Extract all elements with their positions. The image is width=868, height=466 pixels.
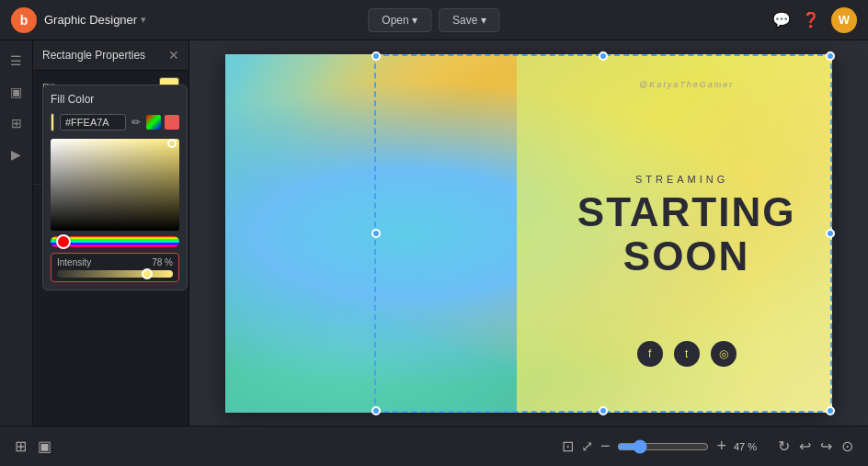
canvas-streaming-label: STREAMING xyxy=(541,174,823,185)
topbar: b Graphic Designer ▾ Open ▾ Save ▾ 💬 ❓ W xyxy=(0,0,868,40)
color-picker-hex-row: ✏ xyxy=(51,113,179,131)
canvas-title: STARTING SOON xyxy=(541,190,832,279)
sidebar-more-icon[interactable]: ▶ xyxy=(4,142,29,167)
intensity-label-row: Intensity 78 % xyxy=(57,257,173,267)
redo-icon-button[interactable]: ↪ xyxy=(820,438,832,455)
left-sidebar: ☰ ▣ ⊞ ▶ xyxy=(0,40,33,426)
help-icon-button[interactable]: ❓ xyxy=(802,11,820,28)
undo-icon-button[interactable]: ↩ xyxy=(799,438,811,455)
layers-icon-button[interactable]: ⊞ xyxy=(15,438,27,455)
color-gradient-picker[interactable] xyxy=(51,139,179,231)
facebook-icon[interactable]: f xyxy=(637,341,663,367)
zoom-out-button[interactable]: − xyxy=(600,437,611,456)
app-caret: ▾ xyxy=(141,14,146,26)
bottombar-right: ↻ ↩ ↪ ⊙ xyxy=(778,438,853,455)
bottombar: ⊞ ▣ ⊡ ⤢ − + 47 % ↻ ↩ ↪ ⊙ xyxy=(0,426,868,466)
hex-swatch[interactable] xyxy=(51,113,54,131)
main-layout: ☰ ▣ ⊞ ▶ Rectangle Properties ✕ Fill Stro… xyxy=(0,40,868,426)
zoom-controls: ⊡ ⤢ − + 47 % xyxy=(562,437,767,456)
properties-panel: Rectangle Properties ✕ Fill Stroke Corne… xyxy=(33,40,189,426)
more-icon-button[interactable]: ⊙ xyxy=(841,438,853,455)
zoom-slider[interactable] xyxy=(617,439,709,454)
color-presets xyxy=(146,115,179,130)
expand-icon-button[interactable]: ⤢ xyxy=(581,438,593,455)
zoom-value: 47 % xyxy=(734,441,767,452)
intensity-bar[interactable] xyxy=(57,270,173,278)
hue-bar[interactable] xyxy=(51,236,179,247)
sidebar-image-icon[interactable]: ▣ xyxy=(4,79,29,105)
hue-cursor xyxy=(56,234,71,249)
panel-title: Rectangle Properties xyxy=(42,49,145,62)
center-buttons: Open ▾ Save ▾ xyxy=(368,8,499,32)
tumblr-icon[interactable]: t xyxy=(674,341,700,367)
canvas-social-icons: f t ◎ xyxy=(541,341,832,367)
preset-solid[interactable] xyxy=(165,115,179,130)
intensity-cursor xyxy=(142,268,153,279)
avatar[interactable]: W xyxy=(831,7,857,33)
color-picker-title: Fill Color xyxy=(51,93,179,106)
eyedropper-icon-button[interactable]: ✏ xyxy=(131,116,141,129)
panel-close-button[interactable]: ✕ xyxy=(168,48,179,63)
zoom-in-button[interactable]: + xyxy=(716,437,726,456)
grid-icon-button[interactable]: ▣ xyxy=(38,438,51,455)
canvas-username: @KatyaTheGamer xyxy=(541,80,832,89)
chat-icon-button[interactable]: 💬 xyxy=(772,11,791,28)
sidebar-grid-icon[interactable]: ⊞ xyxy=(4,110,29,136)
instagram-icon[interactable]: ◎ xyxy=(711,341,737,367)
right-icons: 💬 ❓ W xyxy=(772,7,857,33)
save-button[interactable]: Save ▾ xyxy=(439,8,500,32)
app-name: Graphic Designer xyxy=(44,13,137,27)
sidebar-layers-icon[interactable]: ☰ xyxy=(4,48,29,74)
panel-header: Rectangle Properties ✕ xyxy=(33,40,188,71)
refresh-icon-button[interactable]: ↻ xyxy=(778,438,790,455)
crop-icon-button[interactable]: ⊡ xyxy=(562,438,574,455)
canvas-frame[interactable]: @KatyaTheGamer STREAMING STARTING SOON f… xyxy=(225,54,832,413)
open-button[interactable]: Open ▾ xyxy=(368,8,431,32)
preset-gradient[interactable] xyxy=(146,115,161,130)
logo: b xyxy=(11,7,37,33)
canvas-area[interactable]: @KatyaTheGamer STREAMING STARTING SOON f… xyxy=(189,40,868,426)
color-picker-popup: Fill Color ✏ Intensity 78 % xyxy=(42,85,188,290)
gradient-cursor xyxy=(167,139,177,148)
hex-input[interactable] xyxy=(60,114,126,131)
intensity-row: Intensity 78 % xyxy=(51,253,179,282)
